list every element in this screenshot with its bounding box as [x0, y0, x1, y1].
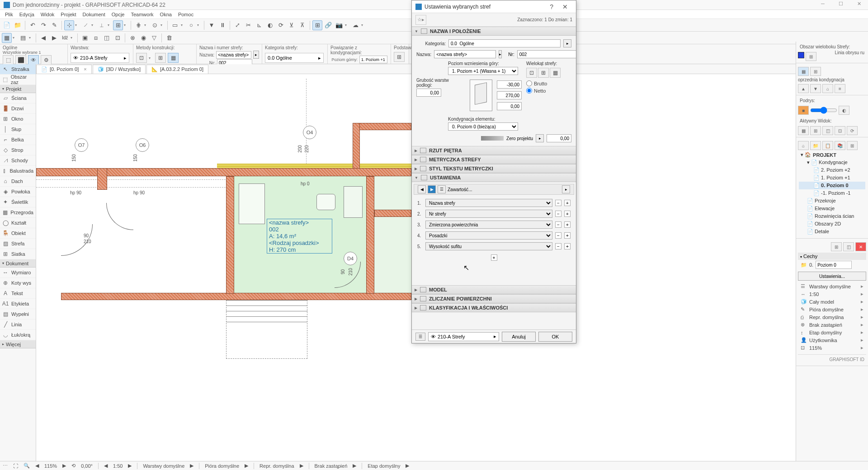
property-row[interactable]: ✎Pióra domyślne▸ — [798, 306, 866, 313]
add-row[interactable]: + — [564, 243, 571, 249]
av4-icon[interactable]: ⊡ — [835, 126, 845, 135]
val1-input[interactable] — [497, 80, 522, 89]
edit6-icon[interactable]: ⊻ — [287, 20, 297, 30]
zero-more[interactable]: ▸ — [536, 134, 544, 142]
edit5-icon[interactable]: ⟳ — [276, 20, 286, 30]
menu-dokument[interactable]: Dokument — [80, 12, 108, 17]
thickness-input[interactable] — [416, 89, 441, 97]
tool-obszar zaz[interactable]: ⬚Obszar zaz — [0, 75, 36, 85]
content-select[interactable]: Posadzki — [425, 231, 552, 240]
tree-item[interactable]: 📄 -1. Poziom -1 — [799, 189, 865, 197]
property-row[interactable]: ⎙Repr. domyślna▸ — [798, 313, 866, 321]
edit4-icon[interactable]: ◐ — [265, 20, 275, 30]
tree-item[interactable]: 📄 Elewacje — [799, 205, 865, 212]
cancel-button[interactable]: Anuluj — [502, 332, 536, 342]
basic-icon[interactable]: ⊞ — [394, 52, 405, 62]
new-icon[interactable]: 📄 — [2, 20, 12, 30]
tr-d-icon[interactable]: ⊡ — [113, 33, 123, 43]
tree-root[interactable]: ▾ 🏠 PROJEKT — [799, 151, 865, 159]
hash-icon[interactable]: ⋕ — [133, 20, 143, 30]
property-row[interactable]: ☰Warstwy domyślne▸ — [798, 282, 866, 290]
menu-opcje[interactable]: Opcje — [108, 12, 128, 17]
nr-input[interactable] — [517, 50, 576, 58]
trace-color[interactable]: ■ — [798, 106, 809, 115]
lasso-icon[interactable]: ○ — [186, 20, 196, 30]
zone-name-more[interactable]: ▸ — [253, 51, 259, 59]
section-class[interactable]: ▶KLASYFIKACJA I WŁAŚCIWOŚCI — [412, 303, 576, 312]
tool-belka[interactable]: ⌐Belka — [0, 135, 36, 145]
remove-row[interactable]: − — [555, 200, 561, 206]
section-model[interactable]: ▶MODEL — [412, 285, 576, 294]
tab[interactable]: 🧊[3D / Wszystko] — [93, 65, 146, 74]
sb-phase[interactable]: Etap domyślny — [368, 463, 400, 469]
close-button[interactable]: ✕ — [850, 1, 868, 10]
dot-icon[interactable]: ⊙ — [150, 20, 160, 30]
suspend-icon[interactable]: ⏸ — [217, 20, 227, 30]
tool-drzwi[interactable]: 🚪Drzwi — [0, 103, 36, 114]
tree-item[interactable]: 📄 Detale — [799, 228, 865, 235]
ok-button[interactable]: OK — [538, 332, 572, 342]
trace-slider[interactable] — [810, 106, 837, 115]
method1-icon[interactable]: ⊡ — [136, 53, 147, 63]
remove-row[interactable]: − — [555, 232, 561, 239]
top-input[interactable] — [359, 56, 387, 63]
list-icon[interactable]: ☰ — [438, 185, 446, 193]
pick-icon[interactable]: ✎ — [49, 20, 59, 30]
tool-słup[interactable]: │Słup — [0, 124, 36, 135]
nav-fwd-icon[interactable]: ▶ — [49, 33, 59, 43]
category-input[interactable] — [448, 39, 561, 47]
content-select[interactable]: Wysokość sufitu — [425, 242, 552, 250]
poly2-icon[interactable]: ⊞ — [538, 68, 549, 78]
add-row[interactable]: + — [564, 221, 571, 228]
mode-a-icon[interactable]: ▦ — [2, 33, 12, 43]
content-select[interactable]: Nr strefy — [425, 210, 552, 218]
settings-icon[interactable]: ⚙ — [41, 55, 52, 65]
nav-tab4[interactable]: 📚 — [835, 141, 845, 150]
property-row[interactable]: ⊗Brak zastąpień▸ — [798, 321, 866, 329]
sb-pens[interactable]: Pióra domyślne — [205, 463, 239, 469]
tree-item[interactable]: ▾ 📄 Kondygnacje — [799, 159, 865, 166]
tr-c-icon[interactable]: ◫ — [102, 33, 112, 43]
tool-koty wys[interactable]: ⊕Koty wys — [0, 278, 36, 288]
property-row[interactable]: ↔1:50▸ — [798, 290, 866, 298]
brutto-radio[interactable] — [526, 80, 532, 86]
section-metric[interactable]: ▶METRYCZKA STREFY — [412, 155, 576, 164]
property-row[interactable]: 🧊Cały model▸ — [798, 298, 866, 306]
story-icon[interactable]: ≡ — [835, 84, 845, 93]
trace-toggle[interactable]: ◐ — [839, 106, 849, 115]
tree-item[interactable]: 📄 1. Poziom +1 — [799, 174, 865, 182]
av5-icon[interactable]: ⟳ — [847, 126, 858, 135]
tool-balustrada[interactable]: ⫿Balustrada — [0, 166, 36, 176]
section-text-style[interactable]: ▶STYL TEKSTU METRYCZKI — [412, 164, 576, 173]
nav-prev[interactable]: ◀ — [418, 185, 426, 193]
zone-name-input[interactable] — [216, 51, 251, 59]
layer-footer-dropdown[interactable]: 👁 210-A Strefy ▸ — [428, 332, 499, 341]
add-row[interactable]: + — [564, 200, 571, 206]
tool-strefa[interactable]: ▨Strefa — [0, 239, 36, 249]
poly1-icon[interactable]: ⊡ — [526, 68, 537, 78]
edit2-icon[interactable]: ✂ — [243, 20, 253, 30]
tr-a-icon[interactable]: ▣ — [80, 33, 90, 43]
sb-scale[interactable]: 1:50 — [113, 463, 123, 469]
tool-łuk/okrą[interactable]: ◡Łuk/okrą — [0, 330, 36, 340]
menu-widok[interactable]: Widok — [38, 12, 58, 17]
sel-mode3-icon[interactable]: 👁 — [28, 55, 39, 65]
section-floor-plan[interactable]: ▶RZUT PIĘTRA — [412, 146, 576, 155]
menu-okna[interactable]: Okna — [157, 12, 175, 17]
remove-row[interactable]: − — [555, 243, 561, 249]
story-select[interactable]: 0. Poziom 0 (bieżąca) — [448, 122, 518, 131]
tr-b-icon[interactable]: ⧈ — [91, 33, 101, 43]
sb-zoom-fit[interactable]: ⛶ — [13, 463, 18, 469]
tool-obiekt[interactable]: 🪑Obiekt — [0, 228, 36, 239]
property-row[interactable]: 👤Użytkownika▸ — [798, 336, 866, 344]
tool-powłoka[interactable]: ◈Powłoka — [0, 187, 36, 197]
dialog-close-button[interactable]: ✕ — [558, 3, 572, 10]
name-more[interactable]: ▸ — [499, 50, 502, 58]
method2-icon[interactable]: ⊞ — [155, 53, 166, 63]
redo-icon[interactable]: ↷ — [38, 20, 48, 30]
nav-mode2-icon[interactable]: ⊞ — [810, 67, 821, 76]
top-level-select[interactable]: 1. Poziom +1 (Własna + 1) — [448, 67, 518, 75]
layer-footer-icon[interactable]: ☰ — [415, 333, 425, 341]
tool-wymiaro[interactable]: ↔Wymiaro — [0, 268, 36, 278]
property-row[interactable]: ⊡115%▸ — [798, 344, 866, 352]
